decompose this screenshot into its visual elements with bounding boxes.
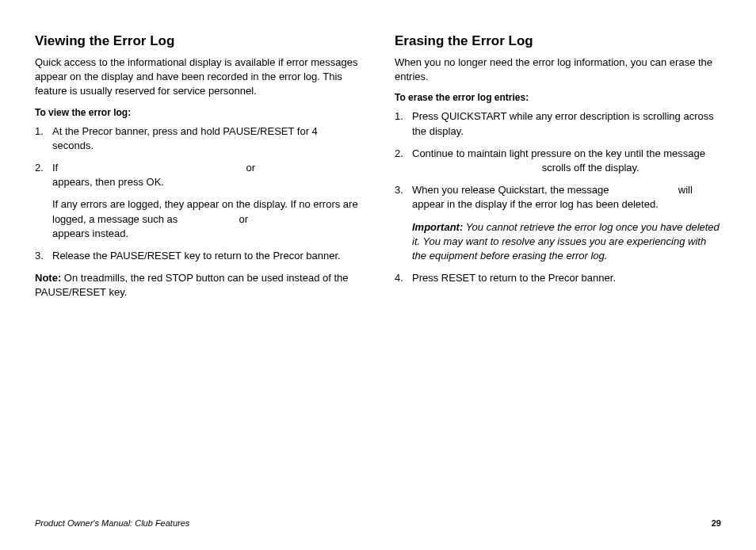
left-step-2: If or appears, then press OK. If any err…	[35, 161, 361, 241]
left-note-text: On treadmills, the red STOP button can b…	[35, 272, 349, 298]
left-sub-heading: To view the error log:	[35, 107, 361, 118]
right-step-2-a: Continue to maintain light pressure on t…	[412, 147, 705, 159]
right-step-2-b: scrolls off the display.	[542, 162, 640, 174]
left-step-1: At the Precor banner, press and hold PAU…	[35, 124, 361, 153]
left-step-3: Release the PAUSE/RESET key to return to…	[35, 249, 361, 263]
right-important-label: Important:	[412, 221, 463, 233]
left-heading: Viewing the Error Log	[35, 33, 361, 49]
right-heading: Erasing the Error Log	[395, 33, 721, 49]
left-step-2-sub-b: or	[239, 213, 249, 225]
footer-left: Product Owner's Manual: Club Features	[35, 518, 189, 528]
right-step-3-a: When you release Quickstart, the message	[412, 184, 609, 196]
right-sub-heading: To erase the error log entries:	[395, 92, 721, 103]
right-important: Important: You cannot retrieve the error…	[412, 220, 721, 264]
page-number: 29	[712, 518, 721, 528]
left-step-2-sub-a: If any errors are logged, they appear on…	[52, 198, 358, 224]
page-footer: Product Owner's Manual: Club Features 29	[35, 518, 721, 528]
left-step-2-sub-c: appears instead.	[52, 227, 128, 239]
right-intro: When you no longer need the error log in…	[395, 55, 721, 84]
page-content: Viewing the Error Log Quick access to th…	[35, 33, 721, 300]
left-step-2-sub: If any errors are logged, they appear on…	[52, 197, 361, 241]
left-note: Note: On treadmills, the red STOP button…	[35, 271, 361, 300]
left-step-2-c: appears, then press OK.	[52, 176, 164, 188]
right-steps: Press QUICKSTART while any error descrip…	[395, 109, 721, 285]
right-step-3: When you release Quickstart, the message…	[395, 183, 721, 263]
left-note-label: Note:	[35, 272, 61, 284]
right-step-1: Press QUICKSTART while any error descrip…	[395, 109, 721, 138]
right-step-2: Continue to maintain light pressure on t…	[395, 147, 721, 175]
left-step-2-a: If	[52, 162, 58, 174]
left-column: Viewing the Error Log Quick access to th…	[35, 33, 361, 300]
left-intro: Quick access to the informational displa…	[35, 55, 361, 99]
right-column: Erasing the Error Log When you no longer…	[395, 33, 721, 300]
right-step-4: Press RESET to return to the Precor bann…	[395, 271, 721, 285]
left-steps: At the Precor banner, press and hold PAU…	[35, 124, 361, 264]
left-step-2-b: or	[246, 162, 255, 174]
